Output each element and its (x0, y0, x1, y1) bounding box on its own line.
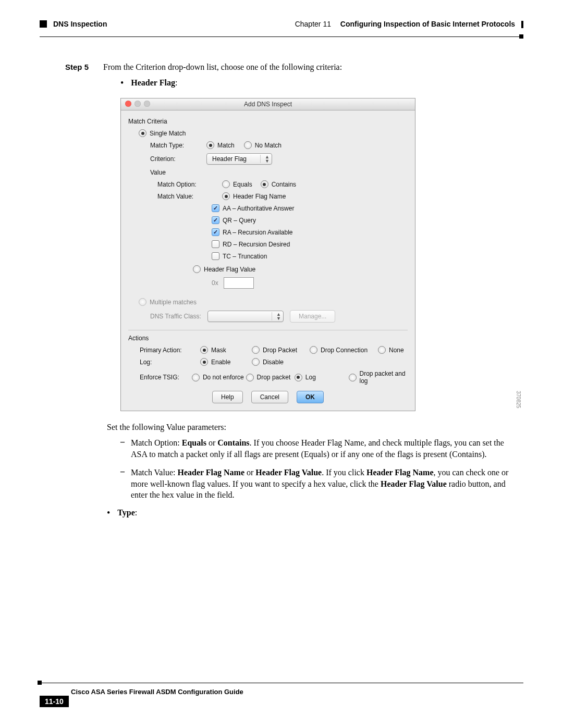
zoom-icon[interactable] (144, 101, 150, 107)
do-not-enforce-label: Do not enforce (203, 374, 246, 381)
bullet-colon: : (175, 78, 177, 87)
flag-tc-label: TC – Truncation (223, 253, 267, 260)
multiple-matches-label: Multiple matches (150, 299, 197, 306)
header-flag-value-radio[interactable] (193, 265, 201, 273)
value-section-label: Value (128, 169, 206, 176)
footer-book: Cisco ASA Series Firewall ASDM Configura… (71, 688, 243, 696)
enforce-tsig-label: Enforce TSIG: (128, 374, 192, 381)
hex-prefix: 0x (212, 279, 218, 287)
add-dns-inspect-dialog: Add DNS Inspect Match Criteria Single Ma… (120, 98, 415, 411)
set-value-params-text: Set the following Value parameters: (107, 423, 511, 432)
do-not-enforce-radio[interactable] (192, 374, 200, 381)
close-icon[interactable] (125, 101, 131, 107)
drop-connection-radio[interactable] (310, 346, 317, 354)
flag-aa-check[interactable] (212, 204, 219, 212)
log-label: Log: (128, 359, 200, 366)
disable-radio[interactable] (252, 358, 260, 366)
actions-label: Actions (128, 335, 408, 342)
contains-radio[interactable] (261, 180, 268, 188)
step-label: Step 5 (65, 63, 89, 71)
header-flag-name-label: Header Flag Name (233, 193, 286, 200)
equals-radio[interactable] (222, 180, 230, 188)
single-match-label: Single Match (150, 130, 186, 137)
drop-packet-label: Drop Packet (263, 347, 310, 354)
cancel-button[interactable]: Cancel (251, 391, 288, 403)
drop-connection-label: Drop Connection (321, 347, 378, 354)
flag-qr-check[interactable] (212, 216, 219, 224)
ok-button[interactable]: OK (297, 391, 324, 403)
dash: – (120, 437, 125, 460)
image-id: 370825 (516, 391, 521, 408)
footer-rule (40, 683, 523, 683)
flag-ra-check[interactable] (212, 228, 219, 236)
header-chapter: Chapter 11 (295, 20, 331, 28)
header-title: Configuring Inspection of Basic Internet… (340, 20, 515, 28)
contains-label: Contains (272, 181, 296, 188)
criterion-value: Header Flag (212, 155, 247, 163)
flag-tc-check[interactable] (212, 252, 219, 260)
match-option-label: Match Option: (128, 181, 222, 188)
header-flag-value-label: Header Flag Value (204, 266, 255, 273)
match-criteria-label: Match Criteria (128, 118, 408, 125)
tsig-drop-and-log-radio[interactable] (349, 374, 357, 381)
header-flag-name-radio[interactable] (222, 192, 230, 200)
tsig-drop-and-log-label: Drop packet and log (360, 370, 408, 385)
dialog-titlebar: Add DNS Inspect (121, 98, 415, 110)
flag-rd-label: RD – Recursion Desired (223, 241, 290, 248)
bullet-colon: : (135, 508, 137, 517)
page-number: 11-10 (40, 696, 69, 707)
no-match-radio[interactable] (244, 141, 252, 149)
bullet-dot: • (107, 508, 110, 517)
dns-traffic-class-label: DNS Traffic Class: (150, 313, 207, 320)
drop-packet-radio[interactable] (252, 346, 260, 354)
chevron-updown-icon: ▲▼ (272, 312, 281, 320)
header-section: DNS Inspection (53, 20, 107, 28)
flag-rd-check[interactable] (212, 240, 219, 248)
equals-label: Equals (233, 181, 252, 188)
enable-label: Enable (211, 359, 252, 366)
none-label: None (389, 347, 404, 354)
disable-label: Disable (263, 359, 284, 366)
chevron-updown-icon: ▲▼ (260, 155, 270, 163)
multiple-matches-radio[interactable] (139, 298, 146, 306)
bullet-dot: • (120, 78, 124, 88)
dialog-title: Add DNS Inspect (244, 101, 292, 108)
tsig-drop-packet-radio[interactable] (246, 374, 254, 381)
match-radio[interactable] (206, 141, 214, 149)
flag-qr-label: QR – Query (223, 217, 256, 224)
tsig-drop-packet-label: Drop packet (257, 374, 295, 381)
mask-label: Mask (211, 347, 252, 354)
tsig-log-label: Log (305, 374, 349, 381)
single-match-radio[interactable] (139, 129, 146, 137)
hex-value-input[interactable] (224, 277, 254, 289)
criterion-label: Criterion: (128, 155, 206, 163)
dash-item-1: Match Option: Equals or Contains. If you… (131, 437, 511, 460)
dash: – (120, 467, 125, 501)
no-match-label: No Match (255, 142, 282, 149)
divider (128, 330, 408, 330)
manage-button[interactable]: Manage... (290, 310, 335, 323)
match-label: Match (217, 142, 235, 149)
help-button[interactable]: Help (212, 391, 243, 403)
header-marker (40, 20, 47, 28)
header-end-marker (521, 21, 523, 28)
match-value-label: Match Value: (128, 193, 222, 200)
step-text: From the Criterion drop-down list, choos… (103, 63, 342, 72)
match-type-label: Match Type: (128, 142, 206, 149)
enable-radio[interactable] (200, 358, 208, 366)
dash-item-2: Match Value: Header Flag Name or Header … (131, 467, 511, 501)
criterion-select[interactable]: Header Flag ▲▼ (206, 153, 272, 165)
flag-aa-label: AA – Authoritative Answer (223, 205, 294, 212)
minimize-icon[interactable] (134, 101, 141, 107)
none-radio[interactable] (378, 346, 386, 354)
header-rule (40, 36, 521, 37)
primary-action-label: Primary Action: (128, 347, 200, 354)
bullet-type: Type (117, 508, 134, 517)
dns-traffic-class-select[interactable]: ▲▼ (207, 311, 284, 322)
mask-radio[interactable] (200, 346, 208, 354)
tsig-log-radio[interactable] (295, 374, 302, 381)
bullet-header-flag: Header Flag (131, 78, 175, 87)
flag-ra-label: RA – Recursion Available (223, 229, 293, 236)
